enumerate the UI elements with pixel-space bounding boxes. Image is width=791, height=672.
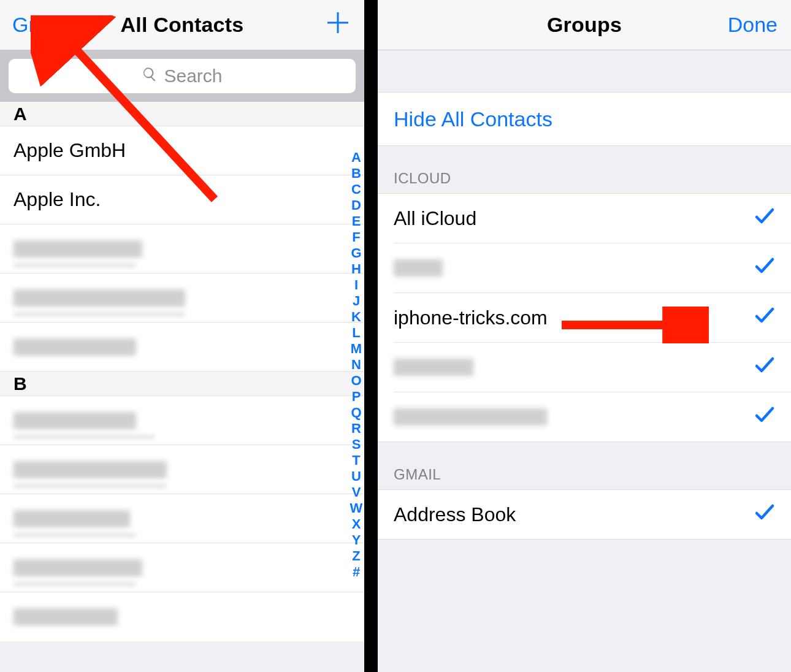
page-title: All Contacts xyxy=(121,13,244,37)
spacer xyxy=(378,540,791,672)
gmail-group-list: Address Book xyxy=(378,490,791,540)
page-title: Groups xyxy=(547,13,622,37)
navbar: Groups All Contacts xyxy=(0,0,364,50)
group-label: All iCloud xyxy=(394,207,476,230)
section-header-a: A xyxy=(0,102,364,126)
navbar: Groups Done xyxy=(378,0,791,50)
section-header-icloud: ICLOUD xyxy=(378,146,791,194)
section-header-b: B xyxy=(0,372,364,396)
contact-row[interactable] xyxy=(0,592,364,641)
groups-screen: Groups Done Hide All Contacts ICLOUD All… xyxy=(378,0,791,672)
icloud-group-list: All iCloud iphone-tricks.com xyxy=(378,194,791,442)
contact-row[interactable] xyxy=(0,445,364,494)
group-row-iphone-tricks[interactable]: iphone-tricks.com xyxy=(378,293,791,342)
contact-row[interactable]: Apple Inc. xyxy=(0,175,364,224)
plus-icon xyxy=(325,10,351,40)
contact-row[interactable] xyxy=(0,543,364,592)
contacts-screen: Groups All Contacts Search A Apple GmbH xyxy=(0,0,364,672)
search-icon xyxy=(142,66,164,86)
group-row[interactable] xyxy=(378,343,791,392)
hide-all-contacts-button[interactable]: Hide All Contacts xyxy=(378,92,791,146)
contact-row[interactable] xyxy=(0,396,364,445)
add-contact-button[interactable] xyxy=(325,0,351,50)
contact-row[interactable]: Apple GmbH xyxy=(0,126,364,175)
group-label: iphone-tricks.com xyxy=(394,307,548,329)
checkmark-icon xyxy=(754,205,775,231)
group-row-address-book[interactable]: Address Book xyxy=(378,490,791,539)
contact-name: Apple Inc. xyxy=(13,188,101,211)
contacts-list[interactable]: A Apple GmbH Apple Inc. B xyxy=(0,102,364,641)
checkmark-icon xyxy=(754,502,775,527)
contact-row[interactable] xyxy=(0,273,364,323)
spacer xyxy=(378,50,791,92)
done-button[interactable]: Done xyxy=(728,0,778,50)
group-row[interactable] xyxy=(378,392,791,441)
contact-name: Apple GmbH xyxy=(13,139,126,162)
search-placeholder: Search xyxy=(164,66,222,86)
search-input[interactable]: Search xyxy=(9,59,356,93)
search-bar: Search xyxy=(0,50,364,102)
checkmark-icon xyxy=(754,354,775,380)
contact-row[interactable] xyxy=(0,224,364,273)
screens-divider xyxy=(364,0,378,672)
group-label: Address Book xyxy=(394,503,516,526)
section-header-gmail: GMAIL xyxy=(378,442,791,490)
checkmark-icon xyxy=(754,255,775,281)
checkmark-icon xyxy=(754,305,775,330)
contact-row[interactable] xyxy=(0,494,364,543)
group-row-all-icloud[interactable]: All iCloud xyxy=(378,194,791,243)
checkmark-icon xyxy=(754,404,775,430)
group-row[interactable] xyxy=(378,243,791,292)
groups-nav-button[interactable]: Groups xyxy=(12,0,81,50)
alphabet-index[interactable]: ABC DEF GHI JKL MNO PQR STU VWX YZ# xyxy=(348,150,364,580)
contact-row[interactable] xyxy=(0,323,364,372)
